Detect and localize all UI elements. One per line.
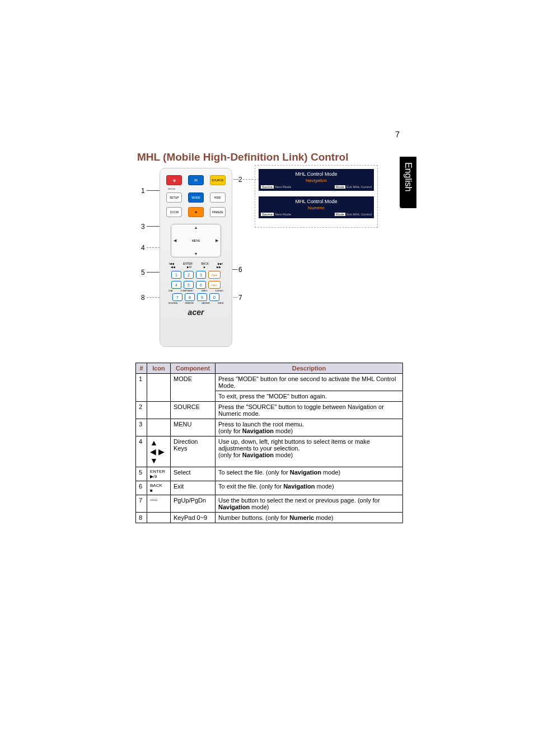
remote-diagram: 1 3 4 5 8 2 6 7 ⏻ 3D SOURCE MEDIA SETUP … bbox=[134, 168, 381, 358]
enter-sym: ▶/II bbox=[187, 265, 191, 269]
table-row: 7 ▭▭ PgUp/PgDn Use the button to select … bbox=[136, 495, 403, 513]
th-component: Component bbox=[171, 363, 216, 374]
key-1: 1 bbox=[171, 271, 181, 279]
pgup-pgdn-icon: ▭▭ bbox=[150, 497, 158, 501]
callout-7: 7 bbox=[238, 294, 242, 302]
setup-button: SETUP bbox=[166, 192, 182, 203]
table-row: 1 MODE Press "MODE" button for one secon… bbox=[136, 374, 403, 391]
th-icon: Icon bbox=[147, 363, 171, 374]
key-5: 5 bbox=[184, 281, 194, 289]
callout-3: 3 bbox=[141, 223, 145, 231]
table-row: 8 KeyPad 0~9 Number buttons. (only for N… bbox=[136, 513, 403, 523]
pgdn-button: PgDn bbox=[208, 281, 221, 289]
language-tab: English bbox=[400, 157, 416, 208]
page-number: 7 bbox=[395, 130, 400, 139]
osd-group: MHL Control Mode Navigation SourceNext M… bbox=[255, 165, 378, 228]
dpad-menu-label: MENU bbox=[171, 239, 221, 242]
pgup-button: PgUp bbox=[208, 271, 221, 279]
osd-numeric: MHL Control Mode Numeric SourceNext Mode… bbox=[259, 196, 374, 218]
mode-button: MODE bbox=[188, 192, 204, 203]
th-description: Description bbox=[216, 363, 403, 374]
hide-button: HIDE bbox=[210, 192, 226, 203]
page-title: MHL (Mobile High-Definition Link) Contro… bbox=[137, 151, 348, 163]
zoom-button: ZOOM bbox=[166, 207, 182, 217]
osd-title-1: MHL Control Mode bbox=[261, 171, 372, 177]
key-9: 9 bbox=[197, 293, 207, 301]
osd-nav-label: Navigation bbox=[261, 178, 372, 183]
callout-2: 2 bbox=[238, 176, 242, 184]
key-0: 0 bbox=[209, 293, 219, 301]
power-button: ⏻ bbox=[166, 175, 182, 185]
table-row: 5 ENTER▶/II Select To select the file. (… bbox=[136, 467, 403, 481]
key-4: 4 bbox=[171, 281, 181, 289]
threed-button: 3D bbox=[188, 175, 204, 185]
callout-6: 6 bbox=[238, 266, 242, 274]
dpad-down-icon: ▼ bbox=[194, 252, 198, 256]
table-row: 4 ▲◀ ▶▼ Direction Keys Use up, down, lef… bbox=[136, 436, 403, 467]
key-3: 3 bbox=[196, 271, 206, 279]
table-row: 3 MENU Press to launch the root memu.(on… bbox=[136, 419, 403, 436]
callout-8: 8 bbox=[141, 294, 145, 302]
dpad-icon: ▲◀ ▶▼ bbox=[150, 438, 167, 465]
key-6: 6 bbox=[196, 281, 206, 289]
osd-numeric-label: Numeric bbox=[261, 205, 372, 210]
dpad: ▲ ▼ ◀ ▶ MENU bbox=[171, 224, 221, 257]
key-2: 2 bbox=[184, 271, 194, 279]
callout-5: 5 bbox=[141, 269, 145, 276]
acer-logo: acer bbox=[160, 308, 232, 317]
th-num: # bbox=[136, 363, 147, 374]
callout-4: 4 bbox=[141, 244, 145, 252]
table-row: 6 BACK■ Exit To exit the file. (only for… bbox=[136, 481, 403, 495]
source-button: SOURCE bbox=[210, 175, 226, 185]
center-orange-button: ✱ bbox=[188, 207, 204, 217]
osd-navigation: MHL Control Mode Navigation SourceNext M… bbox=[259, 169, 374, 191]
key-8: 8 bbox=[185, 293, 195, 301]
dpad-up-icon: ▲ bbox=[194, 226, 198, 229]
osd-title-2: MHL Control Mode bbox=[261, 199, 372, 204]
callout-1: 1 bbox=[141, 187, 145, 195]
freeze-button: FREEZE bbox=[210, 207, 226, 217]
key-7: 7 bbox=[172, 293, 182, 301]
back-sym: ■ bbox=[203, 265, 205, 269]
table-row: 2 SOURCE Press the "SOURCE" button to to… bbox=[136, 402, 403, 419]
component-table: # Icon Component Description 1 MODE Pres… bbox=[135, 363, 403, 523]
remote-body: ⏻ 3D SOURCE MEDIA SETUP MODE HIDE ZOOM ✱… bbox=[160, 168, 232, 347]
back-label: BACK bbox=[201, 262, 209, 265]
